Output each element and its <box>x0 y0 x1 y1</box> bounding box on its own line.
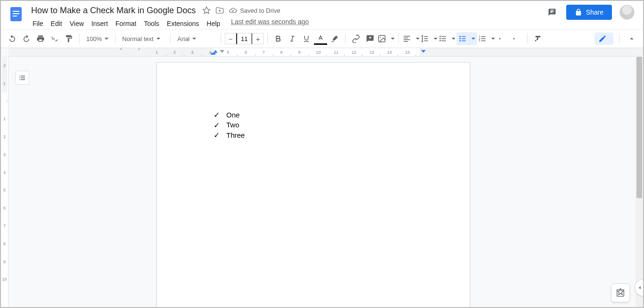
editing-mode-select[interactable] <box>594 33 613 45</box>
menu-edit[interactable]: Edit <box>48 18 66 29</box>
menu-file[interactable]: File <box>29 18 47 29</box>
indent-increase-icon[interactable] <box>510 32 523 45</box>
cloud-icon <box>229 6 237 15</box>
menu-format[interactable]: Format <box>112 18 140 29</box>
vertical-scrollbar[interactable] <box>636 57 643 307</box>
collapse-toolbar-icon[interactable] <box>625 32 638 45</box>
menu-tools[interactable]: Tools <box>140 18 163 29</box>
bulleted-list-icon[interactable] <box>456 32 477 45</box>
svg-rect-1 <box>13 11 19 12</box>
document-page[interactable]: OneTwoThree <box>157 62 470 307</box>
svg-point-7 <box>460 38 461 40</box>
menu-extensions[interactable]: Extensions <box>164 18 202 29</box>
svg-rect-2 <box>13 13 19 14</box>
account-avatar[interactable] <box>619 5 635 20</box>
bold-icon[interactable] <box>272 32 285 45</box>
document-title[interactable]: How to Make a Check Mark in Google Docs <box>29 6 198 16</box>
svg-rect-12 <box>617 290 624 297</box>
save-status-text: Saved to Drive <box>240 7 280 14</box>
share-label: Share <box>586 8 603 16</box>
text-color-icon[interactable] <box>314 32 327 45</box>
italic-icon[interactable] <box>286 32 299 45</box>
list-item[interactable]: One <box>214 110 421 120</box>
horizontal-ruler[interactable]: 1 2 123456789101112131415 <box>8 48 636 57</box>
svg-text:3: 3 <box>479 39 480 42</box>
line-spacing-icon[interactable] <box>421 32 438 45</box>
share-button[interactable]: Share <box>566 5 612 20</box>
undo-icon[interactable] <box>6 32 19 45</box>
toolbar: 100% Normal text Arial − + 123 <box>1 29 643 48</box>
paragraph-style-select[interactable]: Normal text <box>119 32 166 45</box>
spellcheck-icon[interactable] <box>48 32 61 45</box>
svg-point-5 <box>380 37 381 38</box>
svg-point-8 <box>460 40 461 42</box>
last-edit-link[interactable]: Last edit was seconds ago <box>231 18 309 29</box>
svg-rect-3 <box>13 16 17 17</box>
paint-format-icon[interactable] <box>62 32 75 45</box>
checklist-icon[interactable] <box>438 32 455 45</box>
move-icon[interactable] <box>215 6 224 15</box>
menu-insert[interactable]: Insert <box>88 18 111 29</box>
list-item[interactable]: Two <box>214 120 421 131</box>
insert-link-icon[interactable] <box>349 32 363 45</box>
vertical-ruler[interactable]: 2112345678910 <box>1 57 8 307</box>
show-outline-icon[interactable] <box>15 71 29 85</box>
font-size-input[interactable] <box>236 33 252 44</box>
menu-view[interactable]: View <box>66 18 87 29</box>
lock-icon <box>575 8 582 16</box>
comment-history-icon[interactable] <box>545 6 559 19</box>
add-comment-icon[interactable] <box>363 32 377 45</box>
font-select[interactable]: Arial <box>174 32 217 45</box>
workspace: 1 2 123456789101112131415 2112345678910 … <box>1 48 643 307</box>
zoom-select[interactable]: 100% <box>83 32 111 45</box>
align-icon[interactable] <box>403 32 420 45</box>
numbered-list-icon[interactable]: 123 <box>478 32 495 45</box>
font-size-increase[interactable]: + <box>252 33 264 44</box>
svg-point-6 <box>460 36 461 37</box>
underline-icon[interactable] <box>300 32 313 45</box>
docs-home-icon[interactable] <box>7 5 25 24</box>
highlight-icon[interactable] <box>328 32 341 45</box>
star-icon[interactable] <box>202 6 211 15</box>
print-icon[interactable] <box>34 32 47 45</box>
redo-icon[interactable] <box>20 32 33 45</box>
clear-formatting-icon[interactable] <box>531 32 545 45</box>
explore-button[interactable] <box>611 283 630 302</box>
menu-help[interactable]: Help <box>203 18 223 29</box>
font-size-decrease[interactable]: − <box>225 33 236 44</box>
checkmark-list: OneTwoThree <box>214 110 421 141</box>
pencil-icon <box>598 34 607 43</box>
indent-decrease-icon[interactable] <box>496 32 509 45</box>
list-item[interactable]: Three <box>214 130 421 141</box>
insert-image-icon[interactable] <box>378 32 395 45</box>
save-status[interactable]: Saved to Drive <box>229 6 280 15</box>
